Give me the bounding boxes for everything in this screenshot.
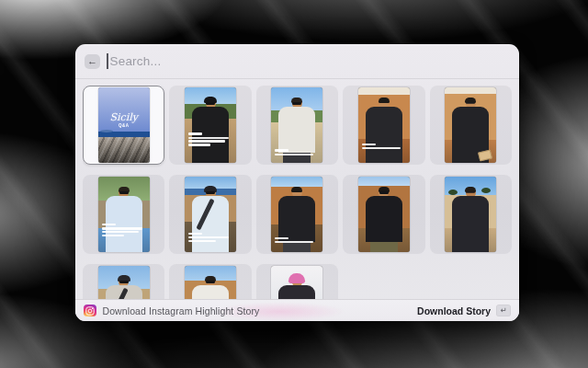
caption-text-line	[102, 235, 124, 236]
scene-sky	[358, 177, 410, 186]
sunglasses-icon	[119, 191, 129, 194]
story-white-tee-garden[interactable]	[256, 86, 338, 165]
cover-subtitle-text: Q&A	[98, 123, 150, 128]
caption-sticker	[102, 224, 145, 238]
person-shirt	[366, 196, 402, 242]
caption-text-line	[275, 241, 313, 243]
sunglasses-icon	[206, 102, 215, 105]
download-story-action[interactable]: Download Story ↵	[417, 305, 511, 316]
caption-text-line	[188, 137, 229, 139]
command-title: Download Instagram Highlight Story	[103, 305, 260, 316]
caption-text-line	[362, 147, 401, 149]
back-button[interactable]: ←	[85, 54, 100, 69]
sunglasses-icon	[206, 281, 215, 283]
story-thumbnail-image	[358, 177, 410, 252]
caption-label-line	[362, 144, 376, 146]
sunglasses-icon	[379, 191, 389, 194]
caption-sticker	[188, 233, 232, 244]
scene-sky	[358, 87, 410, 95]
caption-label-line	[275, 149, 288, 152]
story-thumbnail-image	[358, 87, 410, 163]
sunglasses-icon	[206, 191, 215, 194]
story-canyon-black-tee[interactable]	[256, 175, 338, 254]
story-cover-sicily[interactable]: SicilyQ&A	[83, 86, 164, 165]
story-thumbnail-image: SicilyQ&A	[98, 87, 150, 163]
person-shirt	[192, 285, 229, 299]
launcher-window: ← Search... SicilyQ&A Download Instagram…	[75, 44, 519, 321]
caption-sticker	[275, 237, 318, 245]
story-desert-town-cut[interactable]	[83, 264, 164, 299]
caption-text-line	[188, 236, 229, 238]
person-pants	[370, 242, 398, 252]
cover-rocks	[98, 137, 150, 163]
story-indoor-warm-1[interactable]	[343, 86, 424, 165]
person-hair	[291, 187, 302, 192]
person-shirt	[366, 107, 402, 163]
search-bar: ← Search...	[75, 44, 519, 79]
download-story-label: Download Story	[417, 305, 491, 316]
story-thumbnail-image	[271, 266, 322, 299]
story-indoor-warm-envelope[interactable]	[430, 86, 512, 165]
caption-sticker	[362, 144, 405, 151]
enter-glyph: ↵	[500, 306, 506, 315]
scene-sky	[271, 177, 322, 187]
story-beach-palms[interactable]	[430, 175, 512, 254]
pink-bucket-hat	[288, 273, 305, 283]
caption-label-line	[102, 224, 116, 226]
story-grid: SicilyQ&A	[83, 86, 512, 299]
caption-text-line	[188, 140, 225, 142]
caption-label-line	[275, 237, 288, 240]
story-thumbnail-image	[185, 266, 236, 299]
story-thumbnail-image	[185, 87, 236, 163]
person-shirt	[452, 196, 489, 252]
story-desert-sea-strap[interactable]	[169, 175, 251, 254]
story-coastal-path[interactable]	[169, 86, 251, 165]
person-shirt	[278, 196, 315, 242]
story-thumbnail-image	[445, 87, 496, 163]
caption-label-line	[188, 132, 202, 135]
caption-text-line	[275, 154, 313, 155]
story-thumbnail-image	[271, 87, 322, 163]
caption-sticker	[188, 132, 232, 147]
story-canyon-sunglasses[interactable]	[343, 175, 424, 254]
sunglasses-icon	[119, 281, 129, 283]
search-input[interactable]: Search...	[110, 54, 162, 68]
story-thumbnail-image	[98, 177, 150, 252]
person-shirt	[278, 107, 315, 153]
caption-text-line	[188, 144, 210, 145]
island-silhouette	[100, 130, 113, 132]
story-thumbnail-image	[445, 177, 496, 252]
story-blue-shirt-garden[interactable]	[83, 175, 164, 254]
caption-sticker	[275, 149, 318, 156]
footer-bar: Download Instagram Highlight Story Downl…	[75, 299, 519, 321]
instagram-camera-glyph	[85, 306, 95, 316]
person-hair	[379, 98, 390, 103]
sunglasses-icon	[292, 102, 301, 105]
enter-key-icon: ↵	[496, 305, 511, 316]
story-pink-hat-cut[interactable]	[256, 264, 338, 299]
text-caret	[107, 53, 108, 69]
caption-text-line	[102, 231, 139, 233]
caption-label-line	[188, 233, 202, 236]
back-arrow-icon: ←	[87, 56, 97, 66]
story-thumbnail-image	[271, 177, 322, 252]
story-thumbnail-image	[98, 266, 150, 299]
story-thumbnail-image	[185, 177, 236, 252]
instagram-icon	[84, 305, 96, 317]
cover-title-text: Sicily	[98, 111, 150, 123]
caption-text-line	[188, 240, 216, 242]
caption-text-line	[102, 227, 142, 229]
person-shirt	[278, 285, 315, 299]
story-fortress-white-tee-cut[interactable]	[169, 264, 251, 299]
